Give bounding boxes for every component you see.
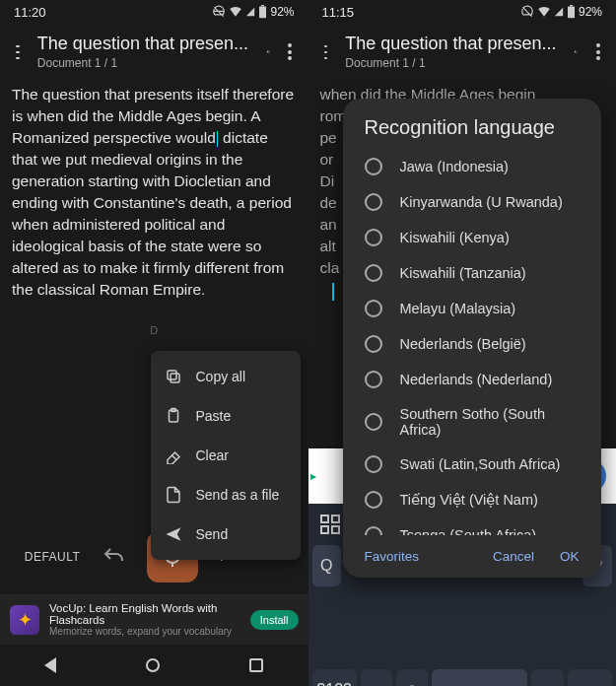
key-space[interactable] [432, 669, 527, 686]
language-option[interactable]: Tiếng Việt (Việt Nam) [343, 482, 601, 517]
key-q[interactable]: Q [312, 545, 342, 586]
menu-send-file-label: Send as a file [196, 487, 280, 503]
voice-icon[interactable] [266, 42, 270, 62]
dnd-icon [520, 5, 534, 19]
wifi-icon [229, 5, 242, 19]
menu-paste[interactable]: Paste [151, 396, 301, 436]
svg-rect-12 [332, 515, 339, 522]
battery-percent: 92% [579, 5, 602, 19]
key-num[interactable]: ?123 [312, 669, 357, 686]
paste-icon [165, 407, 182, 425]
svg-rect-9 [570, 5, 573, 6]
dialog-title: Recognition language [343, 99, 601, 149]
mode-label[interactable]: DEFAULT [25, 550, 81, 564]
menu-clear[interactable]: Clear [151, 436, 301, 475]
app-header: The question that presen... Document 1 /… [308, 24, 617, 78]
language-option[interactable]: Melayu (Malaysia) [343, 291, 601, 326]
language-option[interactable]: Kiswahili (Tanzania) [343, 255, 601, 291]
svg-rect-3 [171, 374, 179, 382]
apps-icon[interactable] [318, 513, 342, 536]
app-header: The question that presen... Document 1 /… [0, 24, 308, 78]
radio-icon [365, 264, 382, 282]
svg-rect-4 [168, 371, 176, 379]
battery-icon [258, 5, 267, 19]
radio-icon [365, 335, 382, 353]
ad-app-icon: ✦ [10, 605, 39, 635]
battery-percent: 92% [270, 5, 294, 19]
key-comma[interactable]: , [361, 669, 392, 686]
radio-icon [365, 229, 382, 246]
menu-icon[interactable] [324, 45, 328, 59]
section-tag: D [12, 324, 297, 336]
radio-icon [365, 413, 382, 431]
status-indicators: 92% [520, 5, 602, 19]
send-icon [165, 525, 182, 543]
ad-banner[interactable]: ✦ VocUp: Learn English Words with Flashc… [0, 594, 308, 645]
wifi-icon [537, 5, 551, 19]
home-button[interactable] [146, 658, 160, 672]
cancel-button[interactable]: Cancel [493, 549, 534, 564]
language-option[interactable]: Jawa (Indonesia) [343, 149, 601, 184]
key-emoji[interactable]: ☺ [396, 669, 428, 686]
menu-send-file[interactable]: Send as a file [151, 475, 301, 514]
status-bar: 11:15 92% [308, 0, 617, 24]
radio-icon [365, 491, 382, 509]
back-button[interactable] [44, 657, 56, 673]
language-option[interactable]: Southern Sotho (South Africa) [343, 397, 601, 446]
language-option[interactable]: Kinyarwanda (U Rwanda) [343, 184, 601, 220]
more-icon[interactable] [288, 43, 292, 60]
radio-icon [365, 526, 382, 535]
clear-icon [165, 446, 182, 464]
language-option[interactable]: Nederlands (België) [343, 326, 601, 362]
recents-button[interactable] [249, 658, 263, 672]
battery-icon [567, 5, 576, 19]
status-time: 11:15 [322, 5, 355, 20]
menu-copy-all[interactable]: Copy all [151, 357, 301, 396]
menu-icon[interactable] [16, 45, 20, 59]
file-icon [165, 486, 182, 504]
status-indicators: 92% [212, 5, 294, 19]
key-enter[interactable]: ↵ [568, 669, 612, 686]
ad-title: VocUp: Learn English Words with Flashcar… [49, 602, 240, 626]
undo-icon[interactable] [102, 545, 125, 569]
svg-rect-8 [568, 6, 575, 18]
radio-icon [365, 158, 382, 175]
status-bar: 11:20 92% [0, 0, 308, 24]
svg-point-10 [575, 50, 576, 51]
radio-icon [365, 300, 382, 317]
document-counter: Document 1 / 1 [345, 56, 556, 70]
menu-send[interactable]: Send [151, 514, 301, 554]
language-option[interactable]: Tsonga (South Africa) [343, 517, 601, 535]
svg-rect-11 [321, 515, 328, 522]
svg-rect-1 [262, 5, 265, 6]
radio-icon [365, 193, 382, 211]
key-period[interactable]: . [531, 669, 563, 686]
language-option[interactable]: Swati (Latin,South Africa) [343, 446, 601, 482]
radio-icon [365, 455, 382, 473]
language-option[interactable]: Nederlands (Nederland) [343, 362, 601, 397]
status-time: 11:20 [14, 5, 46, 20]
dnd-icon [212, 5, 226, 19]
ok-button[interactable]: OK [560, 549, 580, 564]
install-button[interactable]: Install [250, 610, 299, 630]
language-option[interactable]: Kiswahili (Kenya) [343, 220, 601, 255]
menu-copy-label: Copy all [196, 369, 246, 384]
menu-paste-label: Paste [196, 408, 232, 424]
svg-rect-14 [332, 526, 339, 533]
dialog-actions: Favorites Cancel OK [343, 535, 601, 568]
voice-icon[interactable] [574, 42, 578, 62]
svg-rect-0 [259, 6, 266, 18]
svg-point-2 [267, 50, 268, 51]
editor-text-after: dictate that we put medieval origins in … [12, 129, 292, 298]
document-title: The question that presen... [345, 34, 556, 54]
screen-right: 11:15 92% The question that presen... Do… [308, 0, 617, 686]
document-counter: Document 1 / 1 [37, 56, 248, 70]
svg-rect-13 [321, 526, 328, 533]
radio-icon [365, 371, 382, 388]
screen-left: 11:20 92% The question that presen... Do… [0, 0, 308, 686]
ad-label: ▶ [308, 470, 338, 483]
document-title: The question that presen... [37, 34, 248, 54]
favorites-button[interactable]: Favorites [365, 549, 420, 564]
language-list[interactable]: Jawa (Indonesia) Kinyarwanda (U Rwanda) … [343, 149, 601, 535]
more-icon[interactable] [596, 43, 600, 60]
